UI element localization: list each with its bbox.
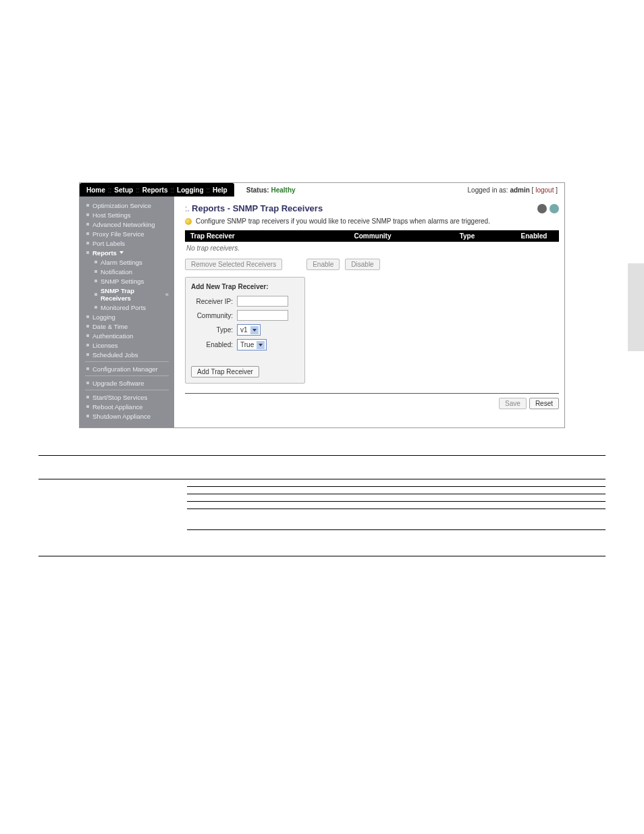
sidebar-item-label: Reports (92, 249, 117, 257)
below-lines (38, 455, 606, 556)
title-prefix: :. (185, 204, 192, 213)
sidebar-item-config[interactable]: Configuration Manager (80, 364, 174, 373)
sidebar-item-reports[interactable]: Reports (80, 248, 174, 257)
sidebar-item-sched[interactable]: Scheduled Jobs (80, 350, 174, 359)
sidebar-item-optimization[interactable]: Optimization Service (80, 201, 174, 210)
sidebar-item-logging[interactable]: Logging (80, 312, 174, 321)
page-title: :. Reports - SNMP Trap Receivers (185, 203, 323, 213)
table-header: Trap Receiver Community Type Enabled (185, 230, 559, 242)
hint-text: Configure SNMP trap receivers if you wou… (196, 217, 490, 225)
type-select[interactable]: v1 (237, 324, 261, 336)
rule-line (187, 486, 606, 487)
sidebar-item-label: Configuration Manager (92, 365, 158, 373)
sidebar-item-monitored[interactable]: Monitored Ports (95, 303, 174, 312)
login-user: admin (510, 186, 529, 194)
print-icon[interactable] (549, 204, 559, 213)
nav-setup[interactable]: Setup (111, 186, 136, 194)
receiver-ip-input[interactable] (237, 296, 288, 307)
sidebar-item-proxy[interactable]: Proxy File Service (80, 229, 174, 238)
table-empty: No trap receivers. (185, 242, 559, 259)
nav-home[interactable]: Home (84, 186, 108, 194)
content-panel: :. Reports - SNMP Trap Receivers Configu… (174, 197, 564, 427)
col-enabled: Enabled (514, 232, 554, 240)
sidebar-item-label: Scheduled Jobs (92, 351, 138, 359)
sidebar-item-datetime[interactable]: Date & Time (80, 321, 174, 331)
sidebar-item-reboot[interactable]: Reboot Appliance (80, 402, 174, 411)
rule-line (38, 479, 606, 479)
sidebar-item-label: Host Settings (92, 211, 131, 219)
sidebar-item-label: Port Labels (92, 240, 125, 247)
refresh-icon[interactable] (537, 204, 547, 213)
sidebar-item-label: Advanced Networking (92, 221, 155, 228)
sidebar: Optimization Service Host Settings Advan… (80, 197, 174, 427)
sidebar-item-label: Start/Stop Services (92, 394, 147, 401)
sidebar-item-shutdown[interactable]: Shutdown Appliance (80, 411, 174, 421)
main-nav: Home :: Setup :: Reports :: Logging :: H… (80, 183, 234, 197)
sidebar-item-upgrade[interactable]: Upgrade Software (80, 378, 174, 388)
sidebar-item-label: Upgrade Software (92, 380, 144, 387)
col-community: Community (325, 232, 420, 240)
sidebar-item-label: Date & Time (92, 323, 128, 330)
col-type: Type (420, 232, 514, 240)
sidebar-item-notification[interactable]: Notification (95, 267, 174, 276)
lightbulb-icon (185, 218, 192, 225)
rule-line (187, 501, 606, 502)
label-enabled: Enabled: (191, 341, 237, 348)
nav-reports[interactable]: Reports (140, 186, 171, 194)
rule-line (187, 509, 606, 509)
sidebar-item-portlabels[interactable]: Port Labels (80, 238, 174, 248)
sidebar-item-label: Licenses (92, 342, 118, 349)
add-trap-form: Add New Trap Receiver: Receiver IP: Comm… (185, 277, 305, 384)
sidebar-item-label: Alarm Settings (101, 259, 142, 266)
active-marker: « (165, 290, 169, 298)
community-input[interactable] (237, 310, 288, 321)
rule-line (38, 556, 606, 556)
enable-button[interactable]: Enable (306, 259, 340, 270)
screenshot-window: Home :: Setup :: Reports :: Logging :: H… (79, 182, 565, 428)
status-value: Healthy (271, 186, 295, 194)
sidebar-item-snmp-settings[interactable]: SNMP Settings (95, 276, 174, 286)
enabled-select[interactable]: True (237, 339, 267, 350)
sidebar-item-label: Logging (92, 313, 115, 321)
sidebar-item-label: SNMP Settings (101, 278, 144, 285)
sidebar-item-label: Reboot Appliance (92, 403, 142, 411)
bracket-close: ] (554, 186, 558, 194)
sidebar-item-startstop[interactable]: Start/Stop Services (80, 392, 174, 402)
logout-link[interactable]: logout (535, 186, 554, 194)
page-edge-tab (628, 263, 644, 351)
nav-logging[interactable]: Logging (174, 186, 206, 194)
form-title: Add New Trap Receiver: (191, 283, 299, 290)
bracket-open: [ (530, 186, 535, 194)
type-value: v1 (240, 326, 248, 334)
label-receiver-ip: Receiver IP: (191, 298, 237, 305)
add-trap-receiver-button[interactable]: Add Trap Receiver (191, 366, 259, 377)
top-bar: Home :: Setup :: Reports :: Logging :: H… (80, 183, 564, 197)
label-community: Community: (191, 312, 237, 319)
enabled-value: True (240, 341, 254, 348)
nav-help[interactable]: Help (210, 186, 230, 194)
sidebar-item-alarm[interactable]: Alarm Settings (95, 257, 174, 267)
sidebar-item-label: SNMP Trap Receivers (101, 287, 165, 302)
status-indicator: Status: Healthy (246, 186, 296, 194)
sidebar-item-label: Optimization Service (92, 202, 151, 209)
rule-line (38, 455, 606, 456)
hint-row: Configure SNMP trap receivers if you wou… (185, 217, 559, 225)
sidebar-item-host[interactable]: Host Settings (80, 210, 174, 219)
rule-line (187, 529, 606, 530)
rule-line (187, 494, 606, 494)
col-trap-receiver: Trap Receiver (190, 232, 325, 240)
login-info: Logged in as: admin [ logout ] (468, 186, 564, 194)
chevron-down-icon (257, 341, 265, 349)
sidebar-item-licenses[interactable]: Licenses (80, 340, 174, 350)
sidebar-item-advnet[interactable]: Advanced Networking (80, 219, 174, 229)
reset-button[interactable]: Reset (529, 398, 559, 409)
remove-selected-button[interactable]: Remove Selected Receivers (185, 259, 282, 270)
disable-button[interactable]: Disable (345, 259, 379, 270)
sidebar-item-label: Notification (101, 268, 132, 276)
sidebar-item-auth[interactable]: Authentication (80, 331, 174, 340)
sidebar-item-snmp-trap[interactable]: SNMP Trap Receivers « (95, 286, 174, 303)
chevron-down-icon (250, 326, 259, 334)
label-type: Type: (191, 326, 237, 334)
save-button[interactable]: Save (499, 398, 527, 409)
sidebar-item-label: Proxy File Service (92, 230, 144, 238)
